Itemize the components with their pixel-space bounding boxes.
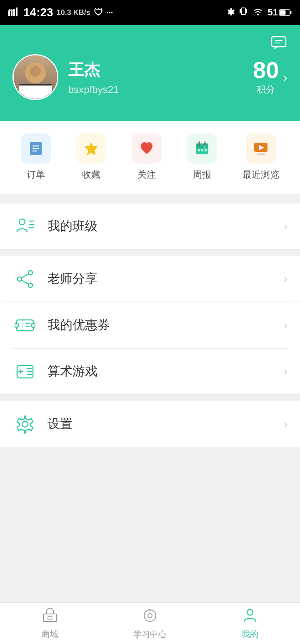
svg-point-36 <box>18 277 22 281</box>
svg-point-56 <box>148 614 152 618</box>
speed-display: 10.3 KB/s <box>57 8 90 17</box>
points-value: 80 <box>253 58 279 82</box>
svg-line-39 <box>22 280 28 284</box>
svg-rect-26 <box>201 149 203 151</box>
svg-point-31 <box>19 219 25 225</box>
quick-item-order[interactable]: 订单 <box>21 133 51 181</box>
mine-icon <box>242 607 258 626</box>
share-icon <box>12 267 38 292</box>
svg-rect-5 <box>241 8 245 15</box>
time-display: 14:23 <box>23 6 53 19</box>
points-arrow: › <box>283 70 288 85</box>
quick-item-follow[interactable]: 关注 <box>132 133 162 181</box>
dots-icon: ··· <box>106 8 113 18</box>
menu-item-class[interactable]: 我的班级 › <box>0 204 300 249</box>
nav-item-mine[interactable]: 我的 <box>200 607 300 640</box>
svg-rect-7 <box>246 9 247 13</box>
svg-rect-3 <box>16 8 18 16</box>
svg-rect-21 <box>196 143 208 148</box>
svg-point-52 <box>22 421 28 427</box>
profile-header: 王杰 bsxpfbys21 80 积分 › <box>0 25 300 121</box>
quick-item-browse[interactable]: 最近浏览 <box>242 133 279 181</box>
follow-icon-wrap <box>132 133 162 164</box>
section-gap-1 <box>0 197 300 204</box>
network-icon: 4G <box>8 7 20 18</box>
battery-display: 51 <box>268 7 292 18</box>
game-icon <box>12 359 38 384</box>
study-label: 学习中心 <box>133 629 167 640</box>
svg-point-55 <box>144 610 156 621</box>
quick-menu: 订单 收藏 关注 <box>0 121 300 197</box>
svg-text:7: 7 <box>204 145 206 149</box>
svg-rect-11 <box>280 10 286 15</box>
svg-rect-30 <box>257 153 265 155</box>
weekly-icon-wrap: 7 <box>187 133 217 164</box>
profile-row: 王杰 bsxpfbys21 80 积分 › <box>12 54 288 100</box>
mine-label: 我的 <box>242 629 258 640</box>
menu-item-settings[interactable]: 设置 › <box>0 401 300 447</box>
wifi-icon <box>252 7 264 18</box>
settings-arrow: › <box>284 418 288 431</box>
svg-rect-53 <box>43 614 57 621</box>
svg-point-58 <box>247 609 253 615</box>
weekly-label: 周报 <box>193 169 211 181</box>
nav-item-shop[interactable]: 商城 <box>0 607 100 640</box>
status-right: ✱ 51 <box>227 6 292 19</box>
svg-rect-10 <box>290 11 292 14</box>
svg-rect-6 <box>240 9 241 13</box>
settings-label: 设置 <box>48 415 284 433</box>
share-label: 老师分享 <box>48 270 284 287</box>
section-gap-3 <box>0 395 300 401</box>
coupon-label: 我的优惠券 <box>48 317 284 334</box>
browse-icon-wrap <box>246 133 276 164</box>
svg-rect-54 <box>48 616 52 620</box>
game-label: 算术游戏 <box>48 363 284 380</box>
order-label: 订单 <box>27 169 45 181</box>
shield-icon: 🛡 <box>94 7 103 18</box>
svg-point-37 <box>28 283 32 287</box>
shop-label: 商城 <box>42 629 58 640</box>
menu-item-coupon[interactable]: 我的优惠券 › <box>0 302 300 348</box>
class-label: 我的班级 <box>48 218 284 235</box>
study-icon <box>142 607 158 626</box>
gray-fill-area <box>0 447 300 614</box>
user-id: bsxpfbys21 <box>68 84 253 96</box>
nav-item-study[interactable]: 学习中心 <box>100 607 200 640</box>
points-label: 积分 <box>253 83 279 96</box>
settings-icon <box>12 412 38 437</box>
collect-icon-wrap <box>76 133 106 164</box>
class-arrow: › <box>284 220 288 233</box>
status-left: 4G 14:23 10.3 KB/s 🛡 ··· <box>8 6 113 19</box>
menu-item-game[interactable]: 算术游戏 › <box>0 349 300 395</box>
quick-item-weekly[interactable]: 7 周报 <box>187 133 217 181</box>
svg-text:4G: 4G <box>8 8 13 12</box>
svg-point-8 <box>257 14 259 15</box>
collect-label: 收藏 <box>82 169 100 181</box>
menu-section-2: 老师分享 › 我的优惠券 › <box>0 256 300 395</box>
menu-item-share[interactable]: 老师分享 › <box>0 256 300 302</box>
svg-point-42 <box>31 323 35 327</box>
coupon-arrow: › <box>284 319 288 332</box>
message-icon[interactable] <box>270 33 288 55</box>
svg-rect-2 <box>13 9 15 16</box>
bluetooth-icon: ✱ <box>227 7 235 18</box>
coupon-icon <box>12 313 38 338</box>
quick-item-collect[interactable]: 收藏 <box>76 133 106 181</box>
points-section[interactable]: 80 积分 › <box>253 58 288 96</box>
svg-marker-19 <box>85 143 98 155</box>
menu-section: 我的班级 › <box>0 204 300 249</box>
vibrate-icon <box>239 6 248 19</box>
avatar[interactable] <box>12 54 58 100</box>
svg-point-35 <box>28 271 32 275</box>
share-arrow: › <box>284 272 288 286</box>
profile-info: 王杰 bsxpfbys21 <box>68 59 253 96</box>
game-arrow: › <box>284 365 288 378</box>
svg-point-41 <box>15 323 19 327</box>
svg-line-38 <box>22 274 28 278</box>
section-gap-2 <box>0 249 300 256</box>
browse-label: 最近浏览 <box>242 169 279 181</box>
svg-rect-12 <box>272 37 286 47</box>
class-icon <box>12 214 38 239</box>
bottom-nav: 商城 学习中心 我的 <box>0 602 300 644</box>
order-icon-wrap <box>21 133 51 164</box>
